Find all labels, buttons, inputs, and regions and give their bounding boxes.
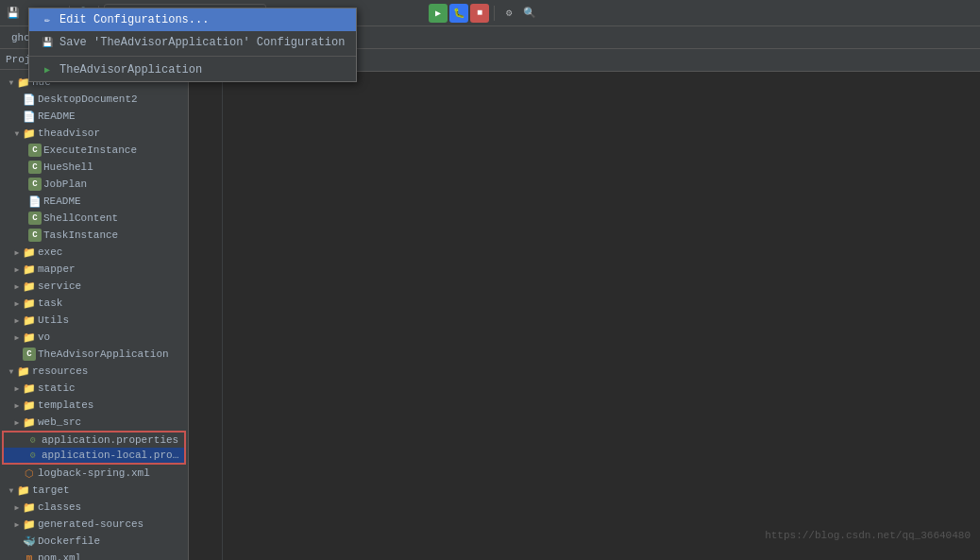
editor-area: https://blog.csdn.net/qq_36640480 (189, 49, 980, 560)
tree-item[interactable]: 📄DesktopDocument2 (0, 91, 188, 108)
tree-arrow-icon[interactable] (15, 434, 26, 446)
tree-file-icon: 📁 (23, 399, 36, 412)
tree-item[interactable]: CShellContent (0, 210, 188, 227)
tree-file-icon: 📁 (23, 314, 36, 327)
context-menu-save-config-label: Save 'TheAdvisorApplication' Configurati… (59, 36, 345, 49)
tree-item-label: exec (38, 246, 62, 258)
tree-item[interactable]: 🐳Dockerfile (0, 533, 188, 550)
tree-file-icon: 📁 (23, 280, 36, 293)
tree-arrow-icon[interactable] (11, 467, 23, 479)
tree-item[interactable]: ▶📁task (0, 295, 188, 312)
tree-arrow-icon[interactable]: ▶ (11, 314, 23, 326)
context-menu-edit-config[interactable]: ✏️ Edit Configurations... (29, 8, 356, 31)
tree-item-label: task (38, 297, 62, 309)
tree-item[interactable]: ▼📁resources (0, 363, 188, 380)
tree-arrow-icon[interactable] (11, 535, 23, 547)
tree-item[interactable]: 📄README (0, 193, 188, 210)
tree-arrow-icon[interactable]: ▶ (11, 280, 23, 292)
tree-item[interactable]: ▶📁service (0, 278, 188, 295)
tree-item-label: classes (38, 501, 81, 513)
toolbar-settings-icon[interactable]: ⚙ (499, 4, 518, 23)
toolbar-search-icon[interactable]: 🔍 (520, 4, 539, 23)
tree-item[interactable]: CHueShell (0, 159, 188, 176)
tree-item-label: application-local.properties (42, 450, 180, 461)
tree-item-label: mapper (38, 263, 76, 275)
tree-arrow-icon[interactable]: ▶ (11, 501, 23, 513)
context-menu-run-app-label: TheAdvisorApplication (59, 63, 202, 76)
tree-file-icon: 📁 (23, 331, 36, 344)
tree-item[interactable]: 📄README (0, 108, 188, 125)
tree-arrow-icon[interactable]: ▶ (11, 331, 23, 343)
tree-file-icon: C (23, 348, 36, 361)
tree-item[interactable]: ▶📁templates (0, 397, 188, 414)
toolbar: 💾 ◀ ▶ 🔨 ▶ TheAdvisorApplication ▾ ✏️ Edi… (0, 0, 980, 26)
tree-arrow-icon[interactable] (11, 552, 23, 560)
debug-button[interactable]: 🐛 (449, 4, 468, 23)
tree-item-label: vo (38, 331, 50, 343)
tree-item[interactable]: ▶📁mapper (0, 261, 188, 278)
tree-item[interactable]: CExecuteInstance (0, 142, 188, 159)
tree-file-icon: 📁 (23, 127, 36, 140)
tree-arrow-icon[interactable]: ▶ (11, 416, 23, 428)
editor-content[interactable] (189, 72, 980, 560)
tree-arrow-icon[interactable]: ▼ (6, 365, 17, 377)
tree-arrow-icon[interactable]: ▶ (11, 399, 23, 411)
main-layout: Project ▾ ▼📁hue📄DesktopDocument2📄README▼… (0, 49, 980, 560)
toolbar-save-icon[interactable]: 💾 (4, 4, 23, 23)
tree-item[interactable]: ▼📁target (0, 482, 188, 499)
tree-file-icon: 📄 (23, 93, 36, 106)
tree-item[interactable]: CJobPlan (0, 176, 188, 193)
tree-item[interactable]: ▼📁theadvisor (0, 125, 188, 142)
tree-arrow-icon[interactable]: ▶ (11, 382, 23, 394)
tree-arrow-icon[interactable] (17, 195, 28, 207)
tree-arrow-icon[interactable] (17, 178, 28, 190)
tree-item[interactable]: CTheAdvisorApplication (0, 346, 188, 363)
tree-item[interactable]: ▶📁static (0, 380, 188, 397)
tree-item[interactable]: ▶📁generated-sources (0, 516, 188, 533)
tree-file-icon: C (28, 212, 42, 225)
tree-item-label: static (38, 382, 76, 394)
tree-item-label: Utils (38, 314, 69, 326)
context-menu-run-app[interactable]: ▶ TheAdvisorApplication (29, 59, 356, 81)
tree-item[interactable]: ▶📁exec (0, 244, 188, 261)
tree-arrow-icon[interactable]: ▶ (11, 297, 23, 309)
tree-item-label: target (32, 484, 70, 496)
tree-arrow-icon[interactable] (11, 110, 23, 122)
tree-arrow-icon[interactable] (11, 93, 23, 105)
tree-arrow-icon[interactable] (17, 229, 28, 241)
tree-arrow-icon[interactable] (15, 450, 26, 461)
tree-arrow-icon[interactable] (17, 144, 28, 156)
tree-arrow-icon[interactable] (11, 348, 23, 360)
tree-file-icon: 📁 (23, 416, 36, 429)
tree-item[interactable]: CTaskInstance (0, 227, 188, 244)
tree-arrow-icon[interactable] (17, 212, 28, 224)
tree-item[interactable]: ▶📁web_src (0, 414, 188, 431)
tree-file-icon: 📁 (23, 297, 36, 310)
tree-item[interactable]: mpom.xml (0, 550, 188, 560)
tree-arrow-icon[interactable]: ▶ (11, 246, 23, 258)
tree-item[interactable]: ⚙application-local.properties (2, 448, 186, 465)
tree-item-label: logback-spring.xml (38, 467, 150, 479)
tree-arrow-icon[interactable]: ▼ (6, 484, 17, 496)
run-app-icon: ▶ (41, 63, 54, 76)
context-menu-save-config[interactable]: 💾 Save 'TheAdvisorApplication' Configura… (29, 31, 356, 54)
tree-arrow-icon[interactable]: ▼ (11, 127, 23, 139)
tree-arrow-icon[interactable] (17, 161, 28, 173)
tree-arrow-icon[interactable]: ▶ (11, 263, 23, 275)
tree-file-icon: 📄 (23, 110, 36, 123)
tree-arrow-icon[interactable]: ▼ (6, 76, 17, 88)
save-config-icon: 💾 (41, 36, 54, 49)
tree-item[interactable]: ▶📁Utils (0, 312, 188, 329)
tree-item[interactable]: ⚙application.properties (2, 431, 186, 448)
tree-item[interactable]: ▶📁classes (0, 499, 188, 516)
tree-file-icon: 📁 (23, 501, 36, 514)
run-button[interactable]: ▶ (429, 4, 448, 23)
code-content[interactable] (223, 72, 980, 560)
tree-arrow-icon[interactable]: ▶ (11, 518, 23, 530)
tree-item[interactable]: ▶📁vo (0, 329, 188, 346)
tree-item-label: README (43, 195, 81, 207)
tree-file-icon: C (28, 229, 42, 242)
stop-button[interactable]: ■ (470, 4, 489, 23)
tree-item[interactable]: ⬡logback-spring.xml (0, 465, 188, 482)
tree-file-icon: 🐳 (23, 535, 36, 548)
